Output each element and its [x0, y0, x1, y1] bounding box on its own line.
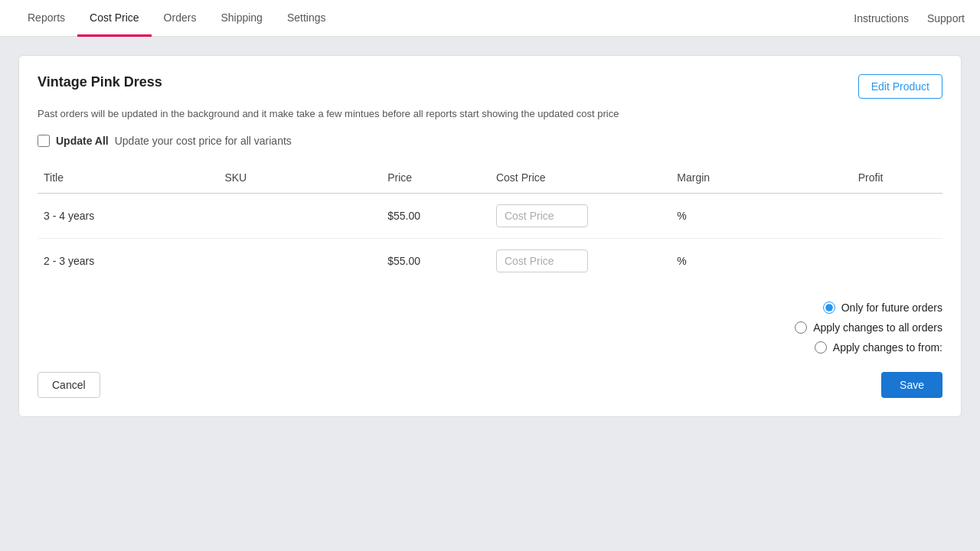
- row2-cost-price-cell: [490, 239, 671, 284]
- nav-tab-reports[interactable]: Reports: [15, 1, 77, 37]
- row2-title: 2 - 3 years: [38, 239, 218, 284]
- update-all-description: Update your cost price for all variants: [115, 135, 292, 147]
- nav-tab-settings[interactable]: Settings: [275, 1, 338, 37]
- row2-margin: %: [671, 239, 851, 284]
- row1-margin: %: [671, 194, 851, 239]
- table-body: 3 - 4 years $55.00 % 2 - 3 years $55.00: [38, 194, 942, 284]
- radio-all-orders: Apply changes to all orders: [795, 321, 942, 334]
- table-row: 3 - 4 years $55.00 %: [38, 194, 942, 239]
- col-header-sku: SKU: [218, 165, 381, 194]
- card-subtitle: Past orders will be updated in the backg…: [38, 108, 942, 119]
- radio-future-only: Only for future orders: [823, 302, 942, 314]
- radio-future-only-label[interactable]: Only for future orders: [841, 302, 942, 314]
- nav-bar: Reports Cost Price Orders Shipping Setti…: [0, 0, 980, 37]
- product-table: Title SKU Price Cost Price Margin Profit…: [38, 165, 942, 283]
- save-button[interactable]: Save: [881, 372, 942, 398]
- card-header: Vintage Pink Dress Edit Product: [38, 74, 942, 99]
- col-header-margin: Margin: [671, 165, 851, 194]
- radio-from-date-label[interactable]: Apply changes to from:: [833, 341, 942, 354]
- edit-product-button[interactable]: Edit Product: [858, 74, 942, 99]
- col-header-title: Title: [38, 165, 218, 194]
- nav-tab-orders[interactable]: Orders: [152, 1, 209, 37]
- nav-tab-shipping[interactable]: Shipping: [208, 1, 275, 37]
- row2-price: $55.00: [381, 239, 490, 284]
- cancel-button[interactable]: Cancel: [38, 372, 100, 398]
- nav-right-links: Instructions Support: [854, 12, 965, 24]
- radio-from-date: Apply changes to from:: [815, 341, 942, 354]
- row2-cost-price-input[interactable]: [496, 249, 588, 272]
- row1-price: $55.00: [381, 194, 490, 239]
- product-title: Vintage Pink Dress: [38, 74, 162, 90]
- instructions-link[interactable]: Instructions: [854, 12, 909, 24]
- radio-future-only-input[interactable]: [823, 302, 835, 314]
- row2-sku: [218, 239, 381, 284]
- update-all-checkbox[interactable]: [38, 135, 50, 147]
- row1-cost-price-input[interactable]: [496, 204, 588, 227]
- radio-all-orders-label[interactable]: Apply changes to all orders: [813, 321, 942, 334]
- row1-title: 3 - 4 years: [38, 194, 218, 239]
- card-footer: Cancel Save: [38, 372, 942, 398]
- nav-tabs: Reports Cost Price Orders Shipping Setti…: [15, 0, 854, 36]
- row1-profit: [852, 194, 942, 239]
- col-header-cost-price: Cost Price: [490, 165, 671, 194]
- update-all-row: Update All Update your cost price for al…: [38, 135, 942, 147]
- nav-tab-cost-price[interactable]: Cost Price: [77, 1, 152, 37]
- table-header-row: Title SKU Price Cost Price Margin Profit: [38, 165, 942, 194]
- table-row: 2 - 3 years $55.00 %: [38, 239, 942, 284]
- update-all-label[interactable]: Update All: [56, 135, 109, 147]
- support-link[interactable]: Support: [927, 12, 965, 24]
- row2-profit: [852, 239, 942, 284]
- radio-options: Only for future orders Apply changes to …: [38, 302, 942, 354]
- col-header-profit: Profit: [852, 165, 942, 194]
- row1-cost-price-cell: [490, 194, 671, 239]
- radio-all-orders-input[interactable]: [795, 321, 807, 334]
- main-content: Vintage Pink Dress Edit Product Past ord…: [0, 37, 980, 435]
- product-card: Vintage Pink Dress Edit Product Past ord…: [18, 55, 962, 417]
- col-header-price: Price: [381, 165, 490, 194]
- row1-sku: [218, 194, 381, 239]
- radio-from-date-input[interactable]: [815, 341, 827, 354]
